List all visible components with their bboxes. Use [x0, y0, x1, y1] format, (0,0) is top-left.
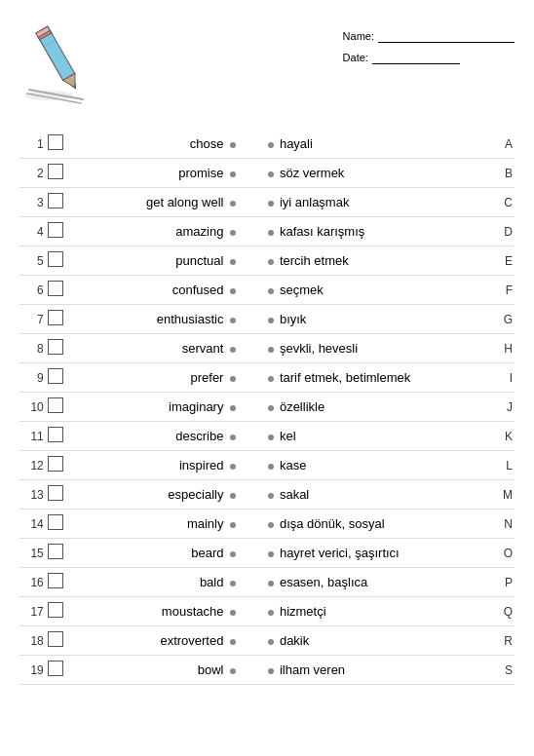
checkbox-cell[interactable] — [46, 130, 72, 159]
table-row: 18 extroverted dakik R — [19, 626, 515, 656]
table-row: 3 get along well iyi anlaşmak C — [19, 188, 515, 217]
checkbox-cell[interactable] — [46, 363, 72, 393]
right-dot-cell — [263, 246, 278, 276]
checkbox-cell[interactable] — [46, 305, 72, 334]
row-number: 14 — [19, 510, 46, 539]
left-dot-cell — [225, 130, 240, 159]
table-row: 6 confused seçmek F — [19, 276, 515, 305]
left-dot — [230, 171, 236, 177]
left-dot — [230, 230, 236, 236]
checkbox-cell[interactable] — [46, 597, 72, 626]
row-number: 12 — [19, 451, 46, 480]
row-number: 18 — [19, 626, 46, 656]
row-number: 10 — [19, 393, 46, 422]
checkbox-cell[interactable] — [46, 656, 72, 685]
right-dot — [268, 318, 274, 323]
checkbox-cell[interactable] — [46, 246, 72, 276]
left-dot — [230, 259, 236, 265]
checkbox[interactable] — [48, 310, 63, 325]
answer-letter: O — [491, 539, 515, 568]
left-dot-cell — [225, 393, 240, 422]
translation-word: esasen, başlıca — [278, 568, 491, 597]
checkbox-cell[interactable] — [46, 334, 72, 363]
checkbox-cell[interactable] — [46, 451, 72, 480]
checkbox-cell[interactable] — [46, 480, 72, 510]
checkbox[interactable] — [48, 485, 63, 501]
left-dot-cell — [225, 510, 240, 539]
english-word: punctual — [71, 246, 225, 276]
spacer-cell — [240, 334, 263, 363]
right-dot-cell — [263, 305, 278, 334]
translation-word: dakik — [278, 626, 491, 656]
checkbox[interactable] — [48, 134, 63, 150]
right-dot — [268, 347, 274, 353]
translation-word: bıyık — [278, 305, 491, 334]
table-row: 10 imaginary özellikle J — [19, 393, 515, 422]
translation-word: özellikle — [278, 393, 491, 422]
right-dot — [268, 259, 274, 265]
right-dot-cell — [263, 188, 278, 217]
table-row: 14 mainly dışa dönük, sosyal N — [19, 510, 515, 539]
checkbox[interactable] — [48, 164, 63, 179]
left-dot — [230, 142, 236, 148]
checkbox[interactable] — [48, 573, 63, 588]
translation-word: dışa dönük, sosyal — [278, 510, 491, 539]
table-row: 16 bald esasen, başlıca P — [19, 568, 515, 597]
right-dot — [268, 581, 274, 586]
checkbox-cell[interactable] — [46, 217, 72, 246]
table-row: 19 bowl ilham veren S — [19, 656, 515, 685]
checkbox-cell[interactable] — [46, 393, 72, 422]
right-dot-cell — [263, 393, 278, 422]
spacer-cell — [240, 568, 263, 597]
checkbox-cell[interactable] — [46, 276, 72, 305]
date-underline — [372, 51, 460, 64]
checkbox[interactable] — [48, 368, 63, 384]
checkbox-cell[interactable] — [46, 188, 72, 217]
left-dot — [230, 551, 236, 557]
answer-letter: S — [491, 656, 515, 685]
right-dot-cell — [263, 130, 278, 159]
checkbox[interactable] — [48, 456, 63, 472]
checkbox[interactable] — [48, 602, 63, 618]
checkbox[interactable] — [48, 222, 63, 238]
spacer-cell — [240, 363, 263, 393]
answer-letter: D — [491, 217, 515, 246]
answer-letter: F — [491, 276, 515, 305]
spacer-cell — [240, 159, 263, 188]
answer-letter: J — [491, 393, 515, 422]
row-number: 16 — [19, 568, 46, 597]
spacer-cell — [240, 246, 263, 276]
right-dot — [268, 639, 274, 645]
right-dot-cell — [263, 626, 278, 656]
checkbox-cell[interactable] — [46, 626, 72, 656]
checkbox[interactable] — [48, 427, 63, 442]
name-label: Name: — [343, 30, 374, 42]
table-row: 17 moustache hizmetçi Q — [19, 597, 515, 626]
checkbox-cell[interactable] — [46, 422, 72, 451]
translation-word: ilham veren — [278, 656, 491, 685]
checkbox[interactable] — [48, 193, 63, 208]
svg-rect-0 — [39, 31, 75, 80]
table-row: 15 beard hayret verici, şaşırtıcı O — [19, 539, 515, 568]
translation-word: şevkli, hevesli — [278, 334, 491, 363]
checkbox-cell[interactable] — [46, 510, 72, 539]
checkbox[interactable] — [48, 631, 63, 647]
checkbox[interactable] — [48, 339, 63, 355]
right-dot — [268, 376, 274, 382]
answer-letter: C — [491, 188, 515, 217]
checkbox-cell[interactable] — [46, 539, 72, 568]
english-word: imaginary — [71, 393, 225, 422]
checkbox[interactable] — [48, 661, 63, 676]
left-dot-cell — [225, 334, 240, 363]
left-dot-cell — [225, 480, 240, 510]
checkbox[interactable] — [48, 281, 63, 296]
checkbox[interactable] — [48, 251, 63, 267]
checkbox-cell[interactable] — [46, 159, 72, 188]
row-number: 13 — [19, 480, 46, 510]
checkbox[interactable] — [48, 544, 63, 559]
checkbox-cell[interactable] — [46, 568, 72, 597]
checkbox[interactable] — [48, 514, 63, 530]
checkbox[interactable] — [48, 397, 63, 413]
matching-table: 1 chose hayali A 2 promise söz vermek B … — [19, 130, 515, 685]
translation-word: kel — [278, 422, 491, 451]
